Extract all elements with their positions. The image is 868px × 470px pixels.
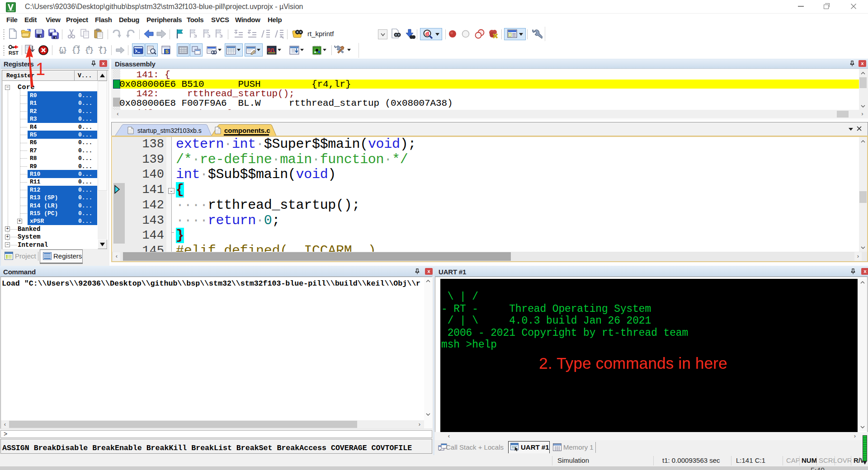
svg-text:d: d (425, 30, 429, 37)
svg-text:S: S (165, 49, 169, 54)
svg-text:RST: RST (9, 50, 19, 56)
